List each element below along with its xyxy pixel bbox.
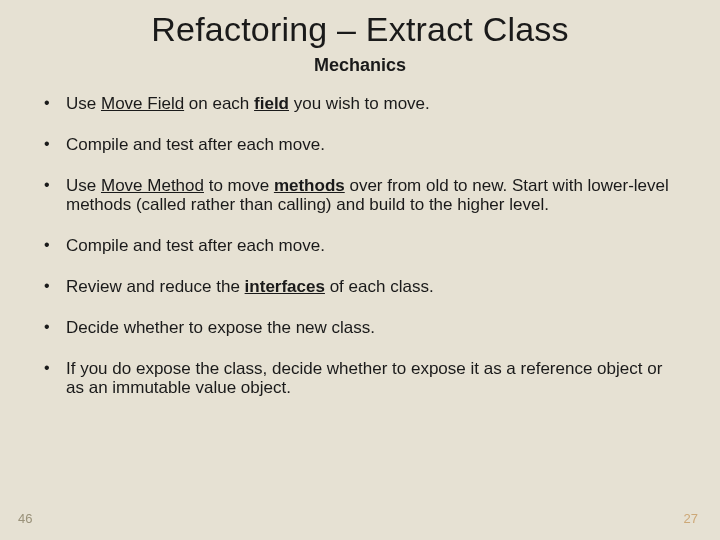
page-number-left: 46 (18, 511, 32, 526)
bullet-segment: field (254, 94, 289, 113)
bullet-segment: Move Field (101, 94, 184, 113)
bullet-segment: Move Method (101, 176, 204, 195)
bullet-segment: If you do expose the class, decide wheth… (66, 359, 662, 397)
page-number-right: 27 (684, 511, 698, 526)
bullet-segment: you wish to move. (289, 94, 430, 113)
slide-title: Refactoring – Extract Class (36, 10, 684, 49)
bullet-item: Use Move Field on each field you wish to… (40, 94, 684, 113)
slide-subtitle: Mechanics (36, 55, 684, 76)
bullet-item: Compile and test after each move. (40, 236, 684, 255)
bullet-segment: on each (184, 94, 254, 113)
bullet-item: Compile and test after each move. (40, 135, 684, 154)
bullet-segment: Use (66, 94, 101, 113)
slide: Refactoring – Extract Class Mechanics Us… (0, 0, 720, 540)
bullet-segment: Decide whether to expose the new class. (66, 318, 375, 337)
bullet-item: Decide whether to expose the new class. (40, 318, 684, 337)
bullet-item: Review and reduce the interfaces of each… (40, 277, 684, 296)
bullet-segment: interfaces (245, 277, 325, 296)
bullet-item: Use Move Method to move methods over fro… (40, 176, 684, 214)
bullet-segment: to move (204, 176, 274, 195)
bullet-segment: of each class. (325, 277, 434, 296)
bullet-segment: Review and reduce the (66, 277, 245, 296)
bullet-segment: methods (274, 176, 345, 195)
bullet-segment: Compile and test after each move. (66, 135, 325, 154)
bullet-list: Use Move Field on each field you wish to… (36, 94, 684, 397)
bullet-segment: Compile and test after each move. (66, 236, 325, 255)
bullet-segment: Use (66, 176, 101, 195)
bullet-item: If you do expose the class, decide wheth… (40, 359, 684, 397)
